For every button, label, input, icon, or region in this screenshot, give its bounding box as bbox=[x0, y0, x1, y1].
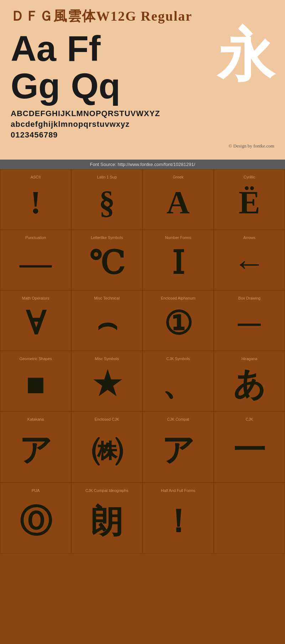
grid-cell-number-forms: Number FormsⅠ bbox=[142, 230, 214, 290]
grid-cell-pua: PUAⓄ bbox=[0, 483, 71, 554]
cell-label: Misc Symbols bbox=[95, 357, 119, 361]
cell-symbol: Ё bbox=[239, 183, 260, 222]
grid-cell-latin-1-sup: Latin 1 Sup§ bbox=[71, 169, 142, 230]
grid-cell-cyrillic: CyrillicЁ bbox=[214, 169, 285, 230]
cell-label: Hiragana bbox=[242, 357, 258, 361]
letter-row-2: Gg Qq bbox=[11, 68, 210, 104]
grid-cell-greek: GreekΑ bbox=[142, 169, 214, 230]
grid-cell-enclosed-cjk: Enclosed CJK㈱ bbox=[71, 411, 142, 483]
latin-letters: Aa Ff Gg Qq bbox=[11, 31, 210, 105]
grid-cell-geometric-shapes: Geometric Shapes■ bbox=[0, 351, 71, 411]
cell-symbol: 、 bbox=[162, 364, 194, 404]
digits: 0123456789 bbox=[11, 130, 274, 140]
grid-cell-arrows: Arrows← bbox=[214, 230, 285, 290]
cell-label: Enclosed Alphanum bbox=[161, 296, 195, 300]
cell-symbol: ← bbox=[233, 243, 265, 283]
cell-label: Cyrillic bbox=[244, 175, 255, 179]
cell-label: CJK Compat bbox=[167, 417, 189, 421]
cell-label: Latin 1 Sup bbox=[97, 175, 117, 179]
cell-label: CJK Symbols bbox=[166, 357, 190, 361]
source-bar: Font Source: http://www.fontke.com/font/… bbox=[0, 160, 285, 169]
cell-label: Number Forms bbox=[165, 235, 191, 240]
grid-cell-math-operators: Math Operators∀ bbox=[0, 290, 71, 351]
cell-symbol: ℃ bbox=[89, 243, 125, 283]
grid-cell-enclosed-alphanum: Enclosed Alphanum① bbox=[142, 290, 214, 351]
cell-symbol: 一 bbox=[233, 425, 265, 475]
grid-cell-box-drawing: Box Drawing─ bbox=[214, 290, 285, 351]
cell-label: Punctuation bbox=[25, 235, 46, 240]
cell-label: Greek bbox=[173, 175, 183, 179]
cell-symbol: — bbox=[20, 243, 52, 283]
chinese-char: 永 bbox=[217, 27, 274, 84]
grid-cell-misc-symbols: Misc Symbols★ bbox=[71, 351, 142, 411]
cell-label: Misc Technical bbox=[94, 296, 119, 300]
grid-cell-punctuation: Punctuation— bbox=[0, 230, 71, 290]
cell-label: CJK bbox=[246, 417, 253, 421]
cell-label: ASCII bbox=[31, 175, 41, 179]
header-section: ＤＦＧ風雲体W12G Regular Aa Ff Gg Qq 永 ABCDEFG… bbox=[0, 0, 285, 160]
cell-label: Letterlike Symbols bbox=[91, 235, 123, 240]
cell-label: PUA bbox=[32, 488, 40, 493]
cell-symbol: 朗 bbox=[91, 496, 123, 546]
grid-cell-misc-technical: Misc Technical⌢ bbox=[71, 290, 142, 351]
cell-symbol: ア bbox=[162, 425, 195, 475]
grid-cell-cjk-compat: CJK Compatア bbox=[142, 411, 214, 483]
font-title: ＤＦＧ風雲体W12G Regular bbox=[11, 7, 274, 25]
cell-symbol: ★ bbox=[93, 364, 121, 404]
letter-aa: Aa bbox=[11, 31, 56, 66]
cell-label: Math Operators bbox=[22, 296, 49, 300]
cell-symbol: ⌢ bbox=[97, 304, 118, 343]
glyph-grid: ASCII!Latin 1 Sup§GreekΑCyrillicЁPunctua… bbox=[0, 169, 285, 554]
cell-symbol: ■ bbox=[26, 364, 45, 404]
grid-cell-cjk-symbols: CJK Symbols、 bbox=[142, 351, 214, 411]
cell-label: Geometric Shapes bbox=[19, 357, 52, 361]
cell-symbol: ㈱ bbox=[91, 425, 123, 475]
cell-label: Arrows bbox=[243, 235, 255, 240]
grid-cell-half-and-full-forms: Half And Full Forms！ bbox=[142, 483, 214, 554]
grid-cell-cjk-compat-ideographs: CJK Compat Ideographs朗 bbox=[71, 483, 142, 554]
grid-cell-cjk: CJK一 bbox=[214, 411, 285, 483]
lowercase-alphabet: abcdefghijklmnopqrstuvwxyz bbox=[11, 120, 274, 129]
cell-symbol: Ⅰ bbox=[172, 243, 185, 283]
cell-symbol: ! bbox=[30, 183, 41, 222]
letter-row-1: Aa Ff bbox=[11, 31, 210, 66]
cell-symbol: Α bbox=[167, 183, 190, 222]
grid-cell-hiragana: Hiraganaあ bbox=[214, 351, 285, 411]
cell-symbol: ─ bbox=[238, 304, 261, 343]
cell-label: Katakana bbox=[27, 417, 44, 421]
letter-gg: Gg bbox=[11, 68, 60, 104]
cell-label: Box Drawing bbox=[238, 296, 260, 300]
cell-symbol: ア bbox=[19, 425, 52, 475]
cell-label: Enclosed CJK bbox=[94, 417, 119, 421]
cell-label: CJK Compat Ideographs bbox=[86, 488, 128, 493]
cell-symbol: § bbox=[99, 183, 115, 222]
uppercase-alphabet: ABCDEFGHIJKLMNOPQRSTUVWXYZ bbox=[11, 109, 274, 118]
grid-cell-ascii: ASCII! bbox=[0, 169, 71, 230]
cell-symbol: ！ bbox=[162, 496, 194, 546]
cell-symbol: Ⓞ bbox=[20, 496, 52, 546]
grid-cell-23 bbox=[214, 483, 285, 554]
grid-cell-katakana: Katakanaア bbox=[0, 411, 71, 483]
cell-label: Half And Full Forms bbox=[161, 488, 196, 493]
specimen-area: Aa Ff Gg Qq 永 bbox=[11, 31, 274, 105]
grid-cell-letterlike-symbols: Letterlike Symbols℃ bbox=[71, 230, 142, 290]
letter-qq: Qq bbox=[71, 68, 120, 104]
cell-symbol: ∀ bbox=[26, 304, 45, 343]
copyright: © Design by fontke.com bbox=[11, 143, 274, 149]
letter-ff: Ff bbox=[67, 31, 100, 66]
cell-symbol: ① bbox=[164, 304, 193, 343]
cell-symbol: あ bbox=[233, 364, 266, 404]
